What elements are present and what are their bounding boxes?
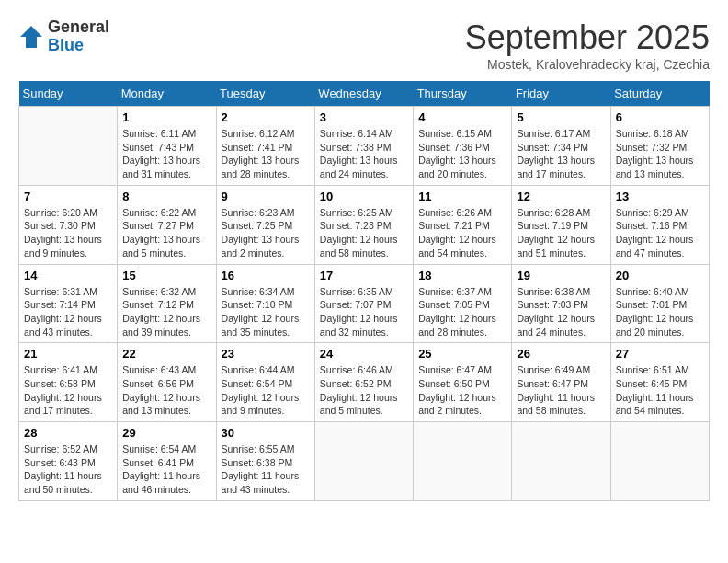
col-header-wednesday: Wednesday	[314, 81, 413, 107]
calendar-cell: 26Sunrise: 6:49 AMSunset: 6:47 PMDayligh…	[512, 343, 610, 422]
day-number: 5	[517, 110, 605, 124]
day-number: 27	[616, 347, 704, 361]
calendar-cell: 4Sunrise: 6:15 AMSunset: 7:36 PMDaylight…	[414, 107, 512, 186]
day-info: Sunrise: 6:41 AMSunset: 6:58 PMDaylight:…	[24, 363, 112, 418]
day-number: 24	[320, 347, 408, 361]
calendar-cell: 5Sunrise: 6:17 AMSunset: 7:34 PMDaylight…	[512, 107, 610, 186]
calendar-cell: 3Sunrise: 6:14 AMSunset: 7:38 PMDaylight…	[314, 107, 413, 186]
calendar-cell: 19Sunrise: 6:38 AMSunset: 7:03 PMDayligh…	[512, 264, 610, 343]
day-number: 7	[24, 190, 112, 203]
calendar-week-3: 21Sunrise: 6:41 AMSunset: 6:58 PMDayligh…	[19, 343, 710, 422]
calendar-cell: 22Sunrise: 6:43 AMSunset: 6:56 PMDayligh…	[118, 343, 216, 422]
day-info: Sunrise: 6:46 AMSunset: 6:52 PMDaylight:…	[320, 363, 408, 418]
calendar-cell: 14Sunrise: 6:31 AMSunset: 7:14 PMDayligh…	[19, 264, 118, 343]
day-info: Sunrise: 6:55 AMSunset: 6:38 PMDaylight:…	[222, 442, 310, 497]
day-info: Sunrise: 6:54 AMSunset: 6:41 PMDaylight:…	[122, 442, 210, 497]
day-number: 9	[222, 190, 310, 203]
svg-marker-0	[20, 26, 42, 48]
calendar-cell: 21Sunrise: 6:41 AMSunset: 6:58 PMDayligh…	[19, 343, 118, 422]
day-number: 20	[616, 269, 704, 282]
col-header-saturday: Saturday	[610, 81, 709, 107]
day-info: Sunrise: 6:44 AMSunset: 6:54 PMDaylight:…	[222, 363, 310, 418]
calendar-cell: 13Sunrise: 6:29 AMSunset: 7:16 PMDayligh…	[610, 185, 709, 264]
page-header: General Blue September 2025 Mostek, Kral…	[18, 18, 710, 72]
day-info: Sunrise: 6:20 AMSunset: 7:30 PMDaylight:…	[24, 206, 112, 260]
calendar-cell: 15Sunrise: 6:32 AMSunset: 7:12 PMDayligh…	[118, 264, 216, 343]
day-info: Sunrise: 6:26 AMSunset: 7:21 PMDaylight:…	[418, 206, 506, 260]
calendar-cell: 10Sunrise: 6:25 AMSunset: 7:23 PMDayligh…	[314, 185, 413, 264]
day-number: 10	[320, 190, 408, 203]
day-info: Sunrise: 6:49 AMSunset: 6:47 PMDaylight:…	[517, 363, 605, 418]
title-block: September 2025 Mostek, Kralovehradecky k…	[465, 18, 710, 72]
day-info: Sunrise: 6:52 AMSunset: 6:43 PMDaylight:…	[24, 442, 112, 497]
day-info: Sunrise: 6:11 AMSunset: 7:43 PMDaylight:…	[122, 127, 210, 181]
day-info: Sunrise: 6:14 AMSunset: 7:38 PMDaylight:…	[320, 127, 408, 181]
day-number: 13	[616, 190, 704, 203]
day-number: 22	[122, 347, 210, 361]
day-info: Sunrise: 6:32 AMSunset: 7:12 PMDaylight:…	[122, 285, 210, 339]
calendar-cell: 27Sunrise: 6:51 AMSunset: 6:45 PMDayligh…	[610, 343, 709, 422]
day-info: Sunrise: 6:23 AMSunset: 7:25 PMDaylight:…	[222, 206, 310, 260]
day-number: 19	[517, 269, 605, 282]
calendar-body: 1Sunrise: 6:11 AMSunset: 7:43 PMDaylight…	[19, 107, 710, 501]
calendar-cell: 28Sunrise: 6:52 AMSunset: 6:43 PMDayligh…	[19, 422, 118, 501]
col-header-friday: Friday	[512, 81, 610, 107]
day-info: Sunrise: 6:28 AMSunset: 7:19 PMDaylight:…	[517, 206, 605, 260]
calendar-table: SundayMondayTuesdayWednesdayThursdayFrid…	[18, 81, 710, 501]
day-info: Sunrise: 6:40 AMSunset: 7:01 PMDaylight:…	[616, 285, 704, 339]
calendar-week-4: 28Sunrise: 6:52 AMSunset: 6:43 PMDayligh…	[19, 422, 710, 501]
day-number: 12	[517, 190, 605, 203]
calendar-cell: 9Sunrise: 6:23 AMSunset: 7:25 PMDaylight…	[216, 185, 314, 264]
calendar-cell: 20Sunrise: 6:40 AMSunset: 7:01 PMDayligh…	[610, 264, 709, 343]
calendar-week-0: 1Sunrise: 6:11 AMSunset: 7:43 PMDaylight…	[19, 107, 710, 186]
logo: General Blue	[18, 18, 109, 55]
day-info: Sunrise: 6:37 AMSunset: 7:05 PMDaylight:…	[418, 285, 506, 339]
calendar-cell: 30Sunrise: 6:55 AMSunset: 6:38 PMDayligh…	[216, 422, 314, 501]
day-info: Sunrise: 6:38 AMSunset: 7:03 PMDaylight:…	[517, 285, 605, 339]
calendar-cell: 12Sunrise: 6:28 AMSunset: 7:19 PMDayligh…	[512, 185, 610, 264]
day-number: 8	[122, 190, 210, 203]
calendar-cell: 23Sunrise: 6:44 AMSunset: 6:54 PMDayligh…	[216, 343, 314, 422]
calendar-cell: 6Sunrise: 6:18 AMSunset: 7:32 PMDaylight…	[610, 107, 709, 186]
day-number: 2	[222, 110, 310, 124]
calendar-cell: 29Sunrise: 6:54 AMSunset: 6:41 PMDayligh…	[118, 422, 216, 501]
calendar-cell: 24Sunrise: 6:46 AMSunset: 6:52 PMDayligh…	[314, 343, 413, 422]
day-info: Sunrise: 6:12 AMSunset: 7:41 PMDaylight:…	[222, 127, 310, 181]
col-header-thursday: Thursday	[414, 81, 512, 107]
day-info: Sunrise: 6:22 AMSunset: 7:27 PMDaylight:…	[122, 206, 210, 260]
calendar-cell: 18Sunrise: 6:37 AMSunset: 7:05 PMDayligh…	[414, 264, 512, 343]
day-info: Sunrise: 6:47 AMSunset: 6:50 PMDaylight:…	[418, 363, 506, 418]
day-number: 23	[222, 347, 310, 361]
day-info: Sunrise: 6:34 AMSunset: 7:10 PMDaylight:…	[222, 285, 310, 339]
day-info: Sunrise: 6:43 AMSunset: 6:56 PMDaylight:…	[122, 363, 210, 418]
logo-text: General Blue	[48, 18, 109, 55]
day-info: Sunrise: 6:17 AMSunset: 7:34 PMDaylight:…	[517, 127, 605, 181]
day-number: 28	[24, 426, 112, 440]
calendar-cell: 11Sunrise: 6:26 AMSunset: 7:21 PMDayligh…	[414, 185, 512, 264]
day-info: Sunrise: 6:25 AMSunset: 7:23 PMDaylight:…	[320, 206, 408, 260]
day-info: Sunrise: 6:51 AMSunset: 6:45 PMDaylight:…	[616, 363, 704, 418]
calendar-cell	[19, 107, 118, 186]
calendar-cell	[414, 422, 512, 501]
col-header-tuesday: Tuesday	[216, 81, 314, 107]
calendar-cell: 2Sunrise: 6:12 AMSunset: 7:41 PMDaylight…	[216, 107, 314, 186]
logo-icon	[18, 24, 44, 50]
calendar-cell: 25Sunrise: 6:47 AMSunset: 6:50 PMDayligh…	[414, 343, 512, 422]
col-header-sunday: Sunday	[19, 81, 118, 107]
day-number: 3	[320, 110, 408, 124]
calendar-cell: 7Sunrise: 6:20 AMSunset: 7:30 PMDaylight…	[19, 185, 118, 264]
calendar-cell	[610, 422, 709, 501]
calendar-cell: 16Sunrise: 6:34 AMSunset: 7:10 PMDayligh…	[216, 264, 314, 343]
day-number: 14	[24, 269, 112, 282]
day-number: 1	[122, 110, 210, 124]
calendar-week-1: 7Sunrise: 6:20 AMSunset: 7:30 PMDaylight…	[19, 185, 710, 264]
day-info: Sunrise: 6:15 AMSunset: 7:36 PMDaylight:…	[418, 127, 506, 181]
calendar-cell	[314, 422, 413, 501]
day-info: Sunrise: 6:29 AMSunset: 7:16 PMDaylight:…	[616, 206, 704, 260]
logo-general-text: General	[48, 17, 109, 36]
day-number: 18	[418, 269, 506, 282]
day-number: 4	[418, 110, 506, 124]
day-number: 26	[517, 347, 605, 361]
calendar-header-row: SundayMondayTuesdayWednesdayThursdayFrid…	[19, 81, 710, 107]
calendar-cell: 17Sunrise: 6:35 AMSunset: 7:07 PMDayligh…	[314, 264, 413, 343]
